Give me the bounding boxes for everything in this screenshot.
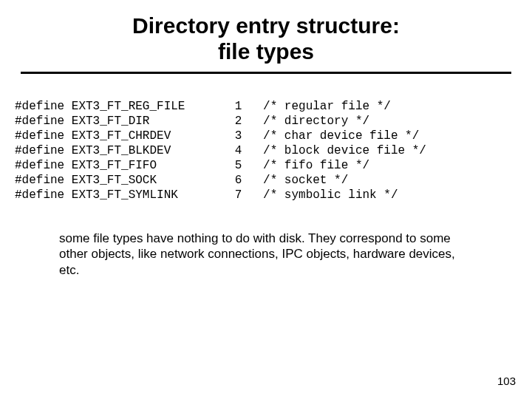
note-text: some file types have nothing to do with … xyxy=(59,231,473,278)
slide: Directory entry structure: file types #d… xyxy=(0,0,532,399)
code-block: #define EXT3_FT_REG_FILE 1 /* regular fi… xyxy=(15,99,532,202)
page-number: 103 xyxy=(497,375,516,387)
title-divider xyxy=(21,72,511,74)
title-line-1: Directory entry structure: xyxy=(0,13,532,39)
title-line-2: file types xyxy=(0,39,532,65)
title-block: Directory entry structure: file types xyxy=(0,0,532,64)
